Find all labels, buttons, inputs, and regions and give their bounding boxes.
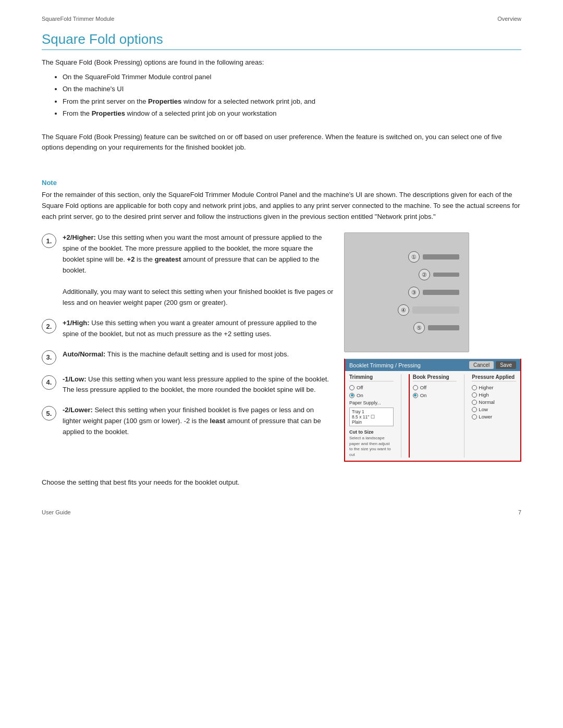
note-section: Note For the remainder of this section, … xyxy=(42,179,521,222)
pressure-high-radio[interactable] xyxy=(472,392,477,398)
option-text-5: -2/Lower: Select this setting when your … xyxy=(63,405,334,437)
bp-off-label: Off xyxy=(420,385,427,390)
trimming-on-label: On xyxy=(357,392,363,398)
header-left: SquareFold Trimmer Module xyxy=(42,16,114,22)
list-item: From the Properties window of a selected… xyxy=(63,108,521,119)
bp-off-radio[interactable] xyxy=(413,385,418,390)
option-bold-label-5: -2/Lower: xyxy=(63,406,93,414)
pressure-applied-col: Pressure Applied Higher High Normal xyxy=(472,374,516,458)
booklet-save-button[interactable]: Save xyxy=(496,361,516,369)
trimming-off-radio[interactable] xyxy=(349,385,354,390)
left-options: 1. +2/Higher: Use this setting when you … xyxy=(42,232,334,447)
option-row-5: 5. -2/Lower: Select this setting when yo… xyxy=(42,405,334,437)
list-item: From the print server on the Properties … xyxy=(63,96,521,107)
list-item: On the machine's UI xyxy=(63,84,521,94)
trimming-col: Trimming Off On Paper Supply... Tray 18.… xyxy=(349,374,394,458)
device-num-5: ⑤ xyxy=(413,322,425,334)
book-pressing-col: Book Pressing Off On xyxy=(409,374,457,458)
cut-to-size-desc: Select a landscape paper and then adjust… xyxy=(349,436,394,458)
device-row-4: ④ xyxy=(398,304,459,316)
right-images: ① ② ③ ④ ⑤ xyxy=(344,232,521,462)
option-number-2: 2. xyxy=(42,319,56,334)
option-number-4: 4. xyxy=(42,375,56,390)
pressure-lower: Lower xyxy=(472,414,516,419)
device-row-3: ③ xyxy=(408,287,459,298)
trimming-off-row: Off xyxy=(349,385,394,390)
device-bar-5 xyxy=(428,325,459,330)
option-number-5: 5. xyxy=(42,406,56,421)
book-pressing-label: Book Pressing xyxy=(413,374,457,381)
pressure-low: Low xyxy=(472,406,516,412)
footer-bar: User Guide 7 xyxy=(42,504,521,515)
option-number-3: 3. xyxy=(42,350,56,365)
option-bold-label-2: +1/High: xyxy=(63,319,90,327)
option-bold-label-3: Auto/Normal: xyxy=(63,350,105,358)
booklet-ui: Booklet Trimming / Pressing Cancel Save … xyxy=(344,359,521,462)
bp-on-row: On xyxy=(413,392,457,398)
device-row-5: ⑤ xyxy=(413,322,459,334)
para1: The Square Fold (Book Pressing) feature … xyxy=(42,132,521,154)
list-item: On the SquareFold Trimmer Module control… xyxy=(63,72,521,82)
device-image: ① ② ③ ④ ⑤ xyxy=(344,232,469,352)
booklet-divider xyxy=(401,374,401,458)
device-row-2: ② xyxy=(419,269,459,280)
option-row-1: 1. +2/Higher: Use this setting when you … xyxy=(42,232,334,309)
option-text-1: +2/Higher: Use this setting when you wan… xyxy=(63,232,334,309)
pressure-higher-radio[interactable] xyxy=(472,385,477,390)
booklet-divider-2 xyxy=(464,374,464,458)
pressure-low-label: Low xyxy=(479,406,487,412)
bullet-list: On the SquareFold Trimmer Module control… xyxy=(63,72,521,119)
option-number-1: 1. xyxy=(42,233,56,248)
booklet-header-buttons[interactable]: Cancel Save xyxy=(469,361,516,369)
header-right: Overview xyxy=(497,16,521,22)
note-label: Note xyxy=(42,179,521,187)
option-row-3: 3. Auto/Normal: This is the machine defa… xyxy=(42,349,334,365)
device-num-4: ④ xyxy=(398,304,409,316)
two-col-layout: 1. +2/Higher: Use this setting when you … xyxy=(42,232,521,462)
trimming-on-row: On xyxy=(349,392,394,398)
option-text-3: Auto/Normal: This is the machine default… xyxy=(63,349,334,360)
note-para: For the remainder of this section, only … xyxy=(42,190,521,222)
closing-para: Choose the setting that best fits your n… xyxy=(42,477,521,488)
pressure-high-label: High xyxy=(479,392,489,398)
device-num-2: ② xyxy=(419,269,430,280)
booklet-cancel-button[interactable]: Cancel xyxy=(469,361,494,369)
page-title: Square Fold options xyxy=(42,31,521,50)
device-bar-1 xyxy=(423,254,459,260)
paper-supply-label: Paper Supply... xyxy=(349,400,394,405)
pressure-higher-label: Higher xyxy=(479,385,493,390)
footer-left: User Guide xyxy=(42,509,71,515)
pressure-lower-radio[interactable] xyxy=(472,414,477,419)
device-row-1: ① xyxy=(408,251,459,263)
trimming-off-label: Off xyxy=(357,385,363,390)
bp-on-label: On xyxy=(420,392,427,398)
device-bar-4 xyxy=(412,306,459,314)
trimming-label: Trimming xyxy=(349,374,394,381)
booklet-ui-header: Booklet Trimming / Pressing Cancel Save xyxy=(345,359,520,371)
pressure-normal-radio[interactable] xyxy=(472,400,477,405)
option-bold-label-1: +2/Higher: xyxy=(63,233,96,241)
pressure-normal-label: Normal xyxy=(479,399,495,405)
cut-to-size-title: Cut to Size xyxy=(349,429,394,435)
bp-on-radio[interactable] xyxy=(413,393,418,398)
pressure-applied-label: Pressure Applied xyxy=(472,374,516,381)
device-num-3: ③ xyxy=(408,287,420,298)
intro-paragraph: The Square Fold (Book Pressing) options … xyxy=(42,57,521,68)
option-bold-label-4: -1/Low: xyxy=(63,375,87,383)
booklet-ui-body: Trimming Off On Paper Supply... Tray 18.… xyxy=(345,371,520,461)
pressure-low-radio[interactable] xyxy=(472,407,477,412)
paper-tray-box: Tray 18.5 x 11" ☐Plain xyxy=(349,408,394,426)
pressure-high: High xyxy=(472,392,516,398)
pressure-lower-label: Lower xyxy=(479,414,492,419)
option-row-4: 4. -1/Low: Use this setting when you wan… xyxy=(42,374,334,396)
page: SquareFold Trimmer Module Overview Squar… xyxy=(0,0,563,728)
pressure-normal: Normal xyxy=(472,399,516,405)
bp-off-row: Off xyxy=(413,385,457,390)
option-text-2: +1/High: Use this setting when you want … xyxy=(63,318,334,340)
option-text-4: -1/Low: Use this setting when you want l… xyxy=(63,374,334,396)
trimming-on-radio[interactable] xyxy=(349,393,354,398)
device-num-1: ① xyxy=(408,251,420,263)
option-row-2: 2. +1/High: Use this setting when you wa… xyxy=(42,318,334,340)
booklet-ui-title: Booklet Trimming / Pressing xyxy=(349,362,421,368)
pressure-higher: Higher xyxy=(472,385,516,390)
